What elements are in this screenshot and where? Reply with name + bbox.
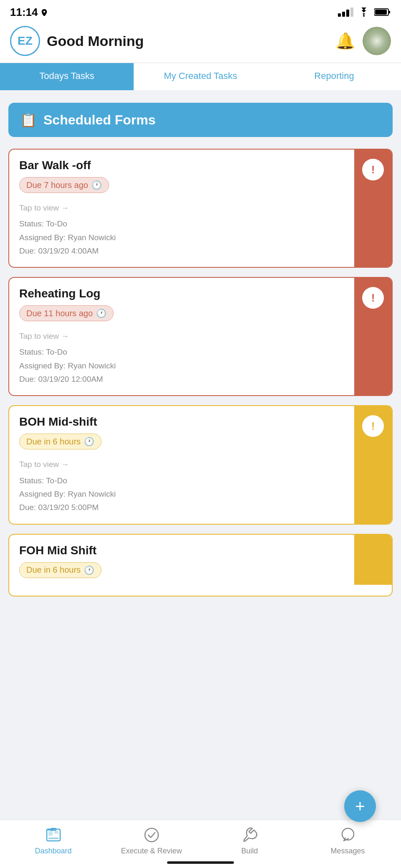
notification-bell-icon[interactable]: 🔔 xyxy=(335,32,355,50)
location-icon xyxy=(41,8,48,16)
clock-icon: 🕐 xyxy=(84,565,94,575)
tap-to-view: Tap to view → xyxy=(19,201,344,215)
clipboard-icon: 📋 xyxy=(20,112,37,128)
nav-label-messages: Messages xyxy=(330,847,365,855)
task-card-sidebar: ! xyxy=(354,406,392,523)
task-card-body: FOH Mid Shift Due in 6 hours 🕐 xyxy=(9,535,354,596)
svg-point-0 xyxy=(363,15,365,17)
main-content: 📋 Scheduled Forms Bar Walk -off Due 7 ho… xyxy=(0,90,401,820)
task-due-badge: Due in 6 hours 🕐 xyxy=(19,562,102,578)
task-card-body: Bar Walk -off Due 7 hours ago 🕐 Tap to v… xyxy=(9,150,354,267)
task-meta: Tap to view → Status: To-Do Assigned By:… xyxy=(19,330,344,386)
tab-reporting[interactable]: Reporting xyxy=(267,63,401,90)
task-card-body: Reheating Log Due 11 hours ago 🕐 Tap to … xyxy=(9,278,354,395)
task-card-foh-mid-shift[interactable]: FOH Mid Shift Due in 6 hours 🕐 xyxy=(8,534,393,596)
task-card-sidebar xyxy=(354,535,392,585)
task-due-date: Due: 03/19/20 4:00AM xyxy=(19,244,344,258)
task-due-date: Due: 03/19/20 5:00PM xyxy=(19,501,344,514)
status-time: 11:14 xyxy=(10,6,48,19)
execute-review-icon xyxy=(143,827,160,843)
task-card-body: BOH Mid-shift Due in 6 hours 🕐 Tap to vi… xyxy=(9,406,354,523)
svg-rect-2 xyxy=(388,11,390,13)
task-assigned-by: Assigned By: Ryan Nowicki xyxy=(19,359,344,373)
task-card-boh-mid-shift[interactable]: BOH Mid-shift Due in 6 hours 🕐 Tap to vi… xyxy=(8,405,393,524)
task-due-badge: Due 7 hours ago 🕐 xyxy=(19,177,109,193)
header-left: EZ Good Morning xyxy=(10,26,144,56)
clock-icon: 🕐 xyxy=(84,437,94,447)
task-card-bar-walk-off[interactable]: Bar Walk -off Due 7 hours ago 🕐 Tap to v… xyxy=(8,149,393,268)
section-title: Scheduled Forms xyxy=(43,112,156,128)
task-status: Status: To-Do xyxy=(19,345,344,359)
build-icon xyxy=(241,827,258,843)
nav-label-execute-review: Execute & Review xyxy=(121,847,182,855)
wifi-icon xyxy=(358,8,370,17)
task-status: Status: To-Do xyxy=(19,474,344,487)
nav-item-build[interactable]: Build xyxy=(200,827,299,855)
tabs-bar: Todays Tasks My Created Tasks Reporting xyxy=(0,63,401,90)
nav-label-dashboard: Dashboard xyxy=(35,847,71,855)
status-bar: 11:14 xyxy=(0,0,401,22)
bottom-nav: Dashboard Execute & Review Build Message… xyxy=(0,820,401,868)
task-meta: Tap to view → Status: To-Do Assigned By:… xyxy=(19,201,344,258)
dashboard-icon xyxy=(45,827,62,843)
clock-icon: 🕐 xyxy=(91,180,102,190)
task-due-badge: Due 11 hours ago 🕐 xyxy=(19,305,114,321)
task-card-sidebar: ! xyxy=(354,150,392,267)
nav-label-build: Build xyxy=(241,847,258,855)
svg-rect-7 xyxy=(48,838,58,839)
svg-rect-5 xyxy=(48,831,53,836)
alert-icon: ! xyxy=(362,287,384,309)
avatar-image xyxy=(363,27,391,55)
task-title: Reheating Log xyxy=(19,287,344,300)
greeting-text: Good Morning xyxy=(47,33,144,49)
clock-icon: 🕐 xyxy=(96,308,107,318)
task-title: BOH Mid-shift xyxy=(19,415,344,429)
header-right: 🔔 xyxy=(335,27,391,55)
tab-my-created-tasks[interactable]: My Created Tasks xyxy=(134,63,267,90)
task-due-badge: Due in 6 hours 🕐 xyxy=(19,434,102,449)
task-status: Status: To-Do xyxy=(19,217,344,231)
tap-to-view: Tap to view → xyxy=(19,458,344,471)
signal-bars-icon xyxy=(338,8,353,17)
task-assigned-by: Assigned By: Ryan Nowicki xyxy=(19,231,344,244)
tab-todays-tasks[interactable]: Todays Tasks xyxy=(0,63,134,90)
fab-add-button[interactable]: + xyxy=(344,790,376,822)
nav-item-messages[interactable]: Messages xyxy=(299,827,397,855)
task-title: FOH Mid Shift xyxy=(19,544,344,557)
task-title: Bar Walk -off xyxy=(19,159,344,172)
avatar[interactable] xyxy=(363,27,391,55)
app-header: EZ Good Morning 🔔 xyxy=(0,22,401,63)
section-header-scheduled-forms: 📋 Scheduled Forms xyxy=(8,103,393,137)
app-logo[interactable]: EZ xyxy=(10,26,40,56)
messages-icon xyxy=(340,827,356,843)
battery-icon xyxy=(374,8,391,16)
task-card-reheating-log[interactable]: Reheating Log Due 11 hours ago 🕐 Tap to … xyxy=(8,277,393,396)
task-meta: Tap to view → Status: To-Do Assigned By:… xyxy=(19,458,344,514)
alert-icon: ! xyxy=(362,159,384,180)
alert-icon: ! xyxy=(362,415,384,437)
status-icons xyxy=(338,8,391,17)
nav-item-execute-review[interactable]: Execute & Review xyxy=(102,827,200,855)
task-card-sidebar: ! xyxy=(354,278,392,395)
nav-item-dashboard[interactable]: Dashboard xyxy=(4,827,102,855)
home-indicator xyxy=(167,861,234,864)
svg-rect-3 xyxy=(375,10,387,15)
tap-to-view: Tap to view → xyxy=(19,330,344,343)
svg-rect-6 xyxy=(54,831,58,834)
task-due-date: Due: 03/19/20 12:00AM xyxy=(19,373,344,386)
task-assigned-by: Assigned By: Ryan Nowicki xyxy=(19,487,344,501)
svg-point-9 xyxy=(145,828,158,842)
